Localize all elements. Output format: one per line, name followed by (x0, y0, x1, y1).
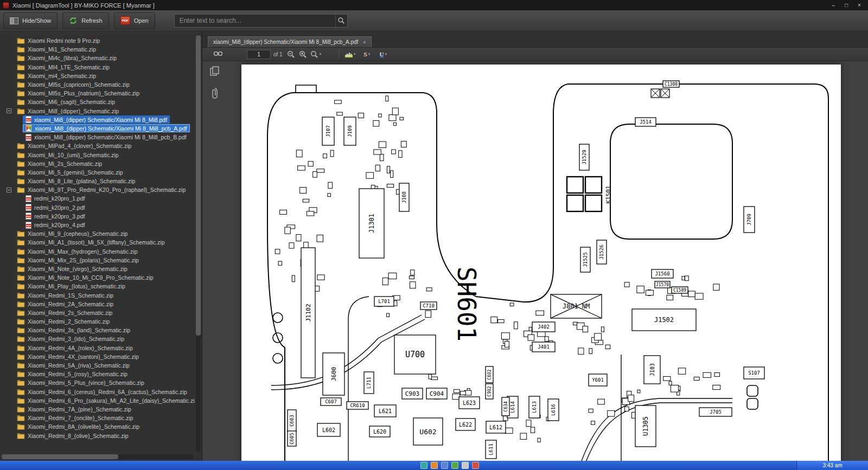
tree-item[interactable]: PDFredmi_k20pro_3.pdf (0, 212, 195, 221)
folder-icon (17, 336, 25, 342)
taskbar-icon[interactable] (472, 462, 479, 469)
tree-item[interactable]: Xiaomi_Redmi_3s_(land)_Schematic.zip (0, 326, 195, 334)
app-window: Xiaomi [ DiagramTool ] BY-MIKO FORCE [ M… (0, 0, 868, 470)
taskbar-icon[interactable] (441, 462, 448, 469)
tree-item[interactable]: Xiaomi_MI5s_Plus_(natrium)_Schematic.zip (0, 89, 195, 98)
tree-item[interactable]: Xiaomi_Mi6_(sagit)_Schematic.zip (0, 98, 195, 106)
tree-item-label: Xiaomi_mi4_Schematic.zip (28, 73, 96, 79)
tree-item[interactable]: Xiaomi_Mi_5_(gemini)_Schematic.zip (0, 168, 195, 177)
taskbar-icon[interactable] (451, 462, 458, 469)
svg-text:PDF: PDF (26, 224, 31, 227)
pages-panel-icon[interactable] (209, 66, 220, 79)
maximize-icon[interactable]: □ (840, 1, 852, 9)
search-input[interactable] (175, 15, 335, 27)
pdf-file-icon: PDF (25, 204, 31, 211)
tree-item[interactable]: Xiaomi_Mi_Note_10_Mi_CC9_Pro_Schematic.z… (0, 273, 195, 282)
tree-item[interactable]: PDFxiaomi_Mi8_(dipper) Schematic/Xiaomi … (0, 133, 195, 141)
folder-icon (17, 239, 25, 246)
tree-item[interactable]: Xiaomi_MI5s_(capricorn)_Schematic.zip (0, 80, 195, 89)
hide-show-label: Hide/Show (22, 17, 51, 24)
tree-item[interactable]: Xiaomi_Mi_9_(cepheus)_Schematic.zip (0, 229, 195, 238)
tree-item[interactable]: Xiaomi_Redmi_7_(onclite)_Schematic.zip (0, 414, 195, 422)
tree-item[interactable]: Xiaomi_Mi1_Schematic.zip (0, 45, 195, 54)
taskbar-icon[interactable] (462, 462, 469, 469)
tree-item[interactable]: Xiaomi_Redmi_8A_(olivelite)_Schematic.zi… (0, 422, 195, 431)
zoom-mode-dropdown[interactable]: ▾ (309, 49, 323, 60)
tree-item[interactable]: xiaomi_Mi8_(dipper) Schematic/Xiaomi Mi … (0, 124, 195, 133)
tree-item[interactable]: Xiaomi_Mi_Mix_2S_(polaris)_Schematic.zip (0, 256, 195, 265)
tree-item-label: Xiaomi_Redmi_8A_(olivelite)_Schematic.zi… (28, 423, 139, 430)
tree-item[interactable]: Xiaomi_Redmi_5_Plus_(vince)_Schematic.zi… (0, 378, 195, 387)
underline-text-button[interactable]: U ▾ (377, 49, 389, 60)
tree-item[interactable]: Xiaomi_Mi4c_(libra)_Schematic.zip (0, 54, 195, 62)
tree-item[interactable]: Xiaomi_Redmi_3_(ido)_Schematic.zip (0, 334, 195, 343)
taskbar-icon[interactable] (431, 462, 438, 469)
tree-item[interactable]: Xiaomi_Mi_Note_(virgo)_Schematic.zip (0, 265, 195, 273)
collapse-icon[interactable] (7, 188, 11, 192)
find-button[interactable] (212, 49, 224, 60)
tree-item[interactable]: Xiaomi_Mi_Max_(hydrogen)_Schematic.zip (0, 247, 195, 256)
svg-text:Y601: Y601 (592, 377, 604, 383)
attachments-panel-icon[interactable] (211, 87, 219, 101)
tree-item[interactable]: Xiaomi_Redmi_6_(cereus)_Redmi_6A_(cactus… (0, 388, 195, 396)
tree-item[interactable]: Xiaomi_mi4_Schematic.zip (0, 72, 195, 80)
svg-text:J1526: J1526 (599, 244, 604, 259)
tab-pdf-document[interactable]: xiaomi_Mi8_(dipper) Schematic/Xiaomi Mi … (208, 36, 372, 47)
page-number-input[interactable] (247, 50, 271, 59)
tree-item[interactable]: Xiaomi Redmi note 9 Pro.zip (0, 36, 195, 45)
search-icon[interactable] (335, 15, 347, 27)
tree-item[interactable]: Xiaomi_Redmi_2s_Schematic.zip (0, 308, 195, 317)
tree-item[interactable]: Xiaomi_Mi_8_Lite_(platina)_Schematic.zip (0, 177, 195, 185)
tree-item[interactable]: Xiaomi_Redmi_5_(rosy)_Schematic.zip (0, 370, 195, 378)
tree-item[interactable]: PDFxiaomi_Mi8_(dipper) Schematic/Xiaomi … (0, 115, 195, 124)
svg-text:U1305: U1305 (642, 416, 649, 436)
close-icon[interactable]: × (853, 1, 865, 9)
tree-item[interactable]: PDFredmi_k20pro_2.pdf (0, 203, 195, 212)
tree-item-label: Xiaomi_Redmi_2_Schematic.zip (28, 318, 110, 325)
tree-item[interactable]: Xiaomi_Mi8_(dipper)_Schematic.zip (0, 107, 195, 115)
minimize-icon[interactable]: – (827, 1, 839, 9)
tree-horizontal-scrollbar[interactable] (2, 454, 194, 459)
tree-item[interactable]: Xiaomi_Mi_A1_(tissot)_Mi_5X_(tiffany)_Sc… (0, 238, 195, 247)
tree-item[interactable]: Xiaomi_Redmi_7A_(pine)_Schematic.zip (0, 405, 195, 414)
tree-item[interactable]: Xiaomi_Mi_10_(umi)_Schematic.zip (0, 150, 195, 159)
pdf-file-icon: PDF (25, 222, 31, 229)
tree-item[interactable]: PDFredmi_k20pro_1.pdf (0, 194, 195, 203)
tree-item[interactable]: Xiaomi_Redmi_4X_(santoni)_Schematic.zip (0, 352, 195, 361)
tree-item[interactable]: Xiaomi_Redmi_2A_Schematic.zip (0, 300, 195, 308)
tree-item[interactable]: Xiaomi_Redmi_2_Schematic.zip (0, 317, 195, 326)
tree-item[interactable]: Xiaomi_MiPad_4_(clover)_Schematic.zip (0, 141, 195, 150)
tree-item-label: Xiaomi Redmi note 9 Pro.zip (28, 37, 100, 44)
taskbar-icon[interactable] (420, 462, 427, 469)
zoom-in-icon[interactable] (297, 49, 309, 60)
svg-text:C603: C603 (289, 415, 295, 427)
folder-icon (17, 248, 25, 255)
tree-item[interactable]: Xiaomi_Redmi_8_(olive)_Schematic.zip (0, 431, 195, 440)
tree-item[interactable]: Xiaomi_MI4_LTE_Schematic.zip (0, 63, 195, 72)
zoom-out-icon[interactable] (285, 49, 297, 60)
strikeout-text-button[interactable]: S ▾ (361, 49, 373, 60)
svg-text:J801 NM: J801 NM (563, 302, 590, 310)
tree-item[interactable]: Xiaomi_Mi_2s_Schematic.zip (0, 159, 195, 168)
tab-close-icon[interactable]: × (363, 40, 366, 45)
tree-item[interactable]: Xiaomi_Mi_Play_(lotus)_schematic.zip (0, 282, 195, 291)
collapse-icon[interactable] (7, 108, 11, 113)
tree-item[interactable]: Xiaomi_Mi_9T_Pro_Redmi_K20_Pro_(raphael)… (0, 185, 195, 194)
tree-vertical-scrollbar[interactable] (196, 34, 201, 452)
svg-text:C903: C903 (405, 390, 420, 397)
tree-item-label: Xiaomi_Redmi_6_(cereus)_Redmi_6A_(cactus… (28, 389, 187, 395)
highlight-text-button[interactable]: ab ▾ (344, 49, 356, 60)
tree-item[interactable]: Xiaomi_Redmi_4A_(rolex)_Schematic.zip (0, 344, 195, 352)
refresh-button[interactable]: Refresh (62, 12, 109, 29)
tree-item[interactable]: Xiaomi_Redmi_5A_(riva)_Schematic.zip (0, 361, 195, 370)
open-button[interactable]: PDF Open (114, 12, 155, 29)
svg-text:C607: C607 (325, 399, 337, 404)
tree-item[interactable]: PDFredmi_k20pro_4.pdf (0, 221, 195, 229)
chevron-down-icon: ▾ (320, 52, 322, 56)
svg-text:J1301: J1301 (368, 214, 375, 233)
tree-item[interactable]: Xiaomi_Redmi_1S_Schematic.zip (0, 291, 195, 299)
pdf-viewer[interactable]: J107J109J1301J108J1102U700J600L701C710L7… (202, 61, 868, 461)
hide-show-button[interactable]: Hide/Show (3, 12, 58, 29)
tree-item[interactable]: Xiaomi_Redmi_6_Pro_(sakura)_Mi_A2_Lite_(… (0, 396, 195, 405)
folder-icon (17, 283, 25, 289)
